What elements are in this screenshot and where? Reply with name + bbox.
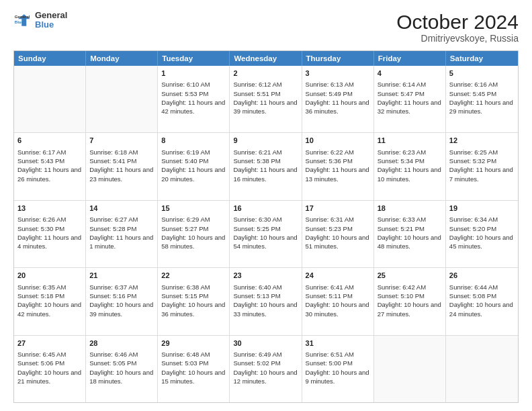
sunset-text: Sunset: 5:23 PM	[306, 224, 370, 233]
sunrise-text: Sunrise: 6:37 AM	[89, 283, 154, 291]
calendar-cell-4-1: 28Sunrise: 6:46 AMSunset: 5:05 PMDayligh…	[86, 336, 158, 402]
calendar-cell-4-4: 31Sunrise: 6:51 AMSunset: 5:00 PMDayligh…	[302, 336, 374, 402]
daylight-text: Daylight: 10 hours and 48 minutes.	[378, 233, 442, 251]
calendar-cell-1-1: 7Sunrise: 6:18 AMSunset: 5:41 PMDaylight…	[86, 133, 158, 199]
calendar-row-1: 6Sunrise: 6:17 AMSunset: 5:43 PMDaylight…	[14, 132, 518, 199]
calendar-cell-1-6: 12Sunrise: 6:25 AMSunset: 5:32 PMDayligh…	[446, 133, 518, 199]
daylight-text: Daylight: 10 hours and 24 minutes.	[449, 300, 515, 318]
day-number: 23	[233, 271, 298, 281]
day-number: 1	[161, 68, 226, 79]
sunset-text: Sunset: 5:36 PM	[306, 156, 370, 165]
calendar-body: 1Sunrise: 6:10 AMSunset: 5:53 PMDaylight…	[14, 66, 518, 402]
sunset-text: Sunset: 5:45 PM	[449, 89, 515, 98]
daylight-text: Daylight: 11 hours and 4 minutes.	[17, 233, 82, 251]
header-day-wednesday: Wednesday	[230, 51, 302, 66]
day-number: 6	[17, 136, 82, 146]
day-number: 11	[378, 136, 442, 146]
daylight-text: Daylight: 10 hours and 51 minutes.	[306, 233, 370, 251]
subtitle: Dmitriyevskoye, Russia	[396, 33, 519, 44]
sunset-text: Sunset: 5:02 PM	[233, 359, 298, 367]
sunrise-text: Sunrise: 6:27 AM	[89, 215, 154, 224]
sunset-text: Sunset: 5:18 PM	[17, 291, 82, 300]
sunrise-text: Sunrise: 6:48 AM	[161, 350, 226, 359]
header-day-saturday: Saturday	[446, 51, 518, 66]
day-number: 25	[378, 271, 442, 281]
day-number: 29	[161, 338, 226, 349]
calendar-cell-0-0	[14, 66, 86, 132]
sunset-text: Sunset: 5:16 PM	[89, 291, 154, 300]
calendar-cell-2-6: 19Sunrise: 6:34 AMSunset: 5:20 PMDayligh…	[446, 201, 518, 267]
day-number: 15	[161, 203, 226, 214]
daylight-text: Daylight: 10 hours and 21 minutes.	[17, 368, 82, 386]
sunrise-text: Sunrise: 6:29 AM	[161, 215, 226, 224]
sunset-text: Sunset: 5:11 PM	[306, 291, 370, 300]
calendar-row-4: 27Sunrise: 6:45 AMSunset: 5:06 PMDayligh…	[14, 335, 518, 402]
sunrise-text: Sunrise: 6:16 AM	[449, 80, 515, 89]
svg-text:General: General	[15, 15, 30, 19]
sunset-text: Sunset: 5:03 PM	[161, 359, 226, 367]
day-number: 31	[306, 338, 370, 349]
daylight-text: Daylight: 10 hours and 27 minutes.	[378, 300, 442, 318]
sunset-text: Sunset: 5:15 PM	[161, 291, 226, 300]
sunrise-text: Sunrise: 6:12 AM	[233, 80, 298, 89]
sunrise-text: Sunrise: 6:17 AM	[17, 148, 82, 156]
day-number: 27	[17, 338, 82, 349]
sunrise-text: Sunrise: 6:41 AM	[306, 283, 370, 291]
daylight-text: Daylight: 11 hours and 20 minutes.	[161, 165, 226, 183]
calendar-cell-1-3: 9Sunrise: 6:21 AMSunset: 5:38 PMDaylight…	[230, 133, 302, 199]
sunrise-text: Sunrise: 6:34 AM	[449, 215, 515, 224]
sunrise-text: Sunrise: 6:38 AM	[161, 283, 226, 291]
day-number: 8	[161, 136, 226, 146]
day-number: 10	[306, 136, 370, 146]
day-number: 4	[378, 68, 442, 79]
sunset-text: Sunset: 5:43 PM	[17, 156, 82, 165]
sunrise-text: Sunrise: 6:13 AM	[306, 80, 370, 89]
daylight-text: Daylight: 10 hours and 9 minutes.	[306, 368, 370, 386]
sunset-text: Sunset: 5:06 PM	[17, 359, 82, 367]
sunset-text: Sunset: 5:25 PM	[233, 224, 298, 233]
daylight-text: Daylight: 11 hours and 26 minutes.	[17, 165, 82, 183]
logo-icon: General Blue	[13, 11, 32, 30]
daylight-text: Daylight: 11 hours and 13 minutes.	[306, 165, 370, 183]
daylight-text: Daylight: 10 hours and 54 minutes.	[233, 233, 298, 251]
calendar-cell-3-3: 23Sunrise: 6:40 AMSunset: 5:13 PMDayligh…	[230, 268, 302, 334]
calendar-cell-2-0: 13Sunrise: 6:26 AMSunset: 5:30 PMDayligh…	[14, 201, 86, 267]
daylight-text: Daylight: 10 hours and 33 minutes.	[233, 300, 298, 318]
sunrise-text: Sunrise: 6:46 AM	[89, 350, 154, 359]
sunset-text: Sunset: 5:53 PM	[161, 89, 226, 98]
calendar-cell-0-6: 5Sunrise: 6:16 AMSunset: 5:45 PMDaylight…	[446, 66, 518, 132]
sunrise-text: Sunrise: 6:30 AM	[233, 215, 298, 224]
day-number: 21	[89, 271, 154, 281]
header-day-tuesday: Tuesday	[158, 51, 230, 66]
daylight-text: Daylight: 11 hours and 39 minutes.	[233, 98, 298, 116]
day-number: 17	[306, 203, 370, 214]
sunset-text: Sunset: 5:28 PM	[89, 224, 154, 233]
calendar-cell-3-1: 21Sunrise: 6:37 AMSunset: 5:16 PMDayligh…	[86, 268, 158, 334]
calendar-cell-3-6: 26Sunrise: 6:44 AMSunset: 5:08 PMDayligh…	[446, 268, 518, 334]
day-number: 22	[161, 271, 226, 281]
calendar-row-0: 1Sunrise: 6:10 AMSunset: 5:53 PMDaylight…	[14, 66, 518, 132]
sunrise-text: Sunrise: 6:21 AM	[233, 148, 298, 156]
day-number: 12	[449, 136, 515, 146]
calendar-cell-2-4: 17Sunrise: 6:31 AMSunset: 5:23 PMDayligh…	[302, 201, 374, 267]
daylight-text: Daylight: 11 hours and 23 minutes.	[89, 165, 154, 183]
sunrise-text: Sunrise: 6:23 AM	[378, 148, 442, 156]
calendar-cell-4-0: 27Sunrise: 6:45 AMSunset: 5:06 PMDayligh…	[14, 336, 86, 402]
day-number: 20	[17, 271, 82, 281]
title-block: October 2024 Dmitriyevskoye, Russia	[396, 11, 519, 44]
logo: General Blue General Blue	[13, 11, 67, 30]
calendar-cell-2-3: 16Sunrise: 6:30 AMSunset: 5:25 PMDayligh…	[230, 201, 302, 267]
daylight-text: Daylight: 11 hours and 16 minutes.	[233, 165, 298, 183]
day-number: 24	[306, 271, 370, 281]
calendar-cell-4-3: 30Sunrise: 6:49 AMSunset: 5:02 PMDayligh…	[230, 336, 302, 402]
daylight-text: Daylight: 11 hours and 10 minutes.	[378, 165, 442, 183]
page: General Blue General Blue October 2024 D…	[0, 0, 532, 411]
day-number: 9	[233, 136, 298, 146]
sunset-text: Sunset: 5:30 PM	[17, 224, 82, 233]
main-title: October 2024	[396, 11, 519, 33]
calendar-cell-0-4: 3Sunrise: 6:13 AMSunset: 5:49 PMDaylight…	[302, 66, 374, 132]
daylight-text: Daylight: 11 hours and 7 minutes.	[449, 165, 515, 183]
day-number: 5	[449, 68, 515, 79]
header: General Blue General Blue October 2024 D…	[13, 11, 519, 44]
logo-text-blue: Blue	[35, 20, 67, 30]
